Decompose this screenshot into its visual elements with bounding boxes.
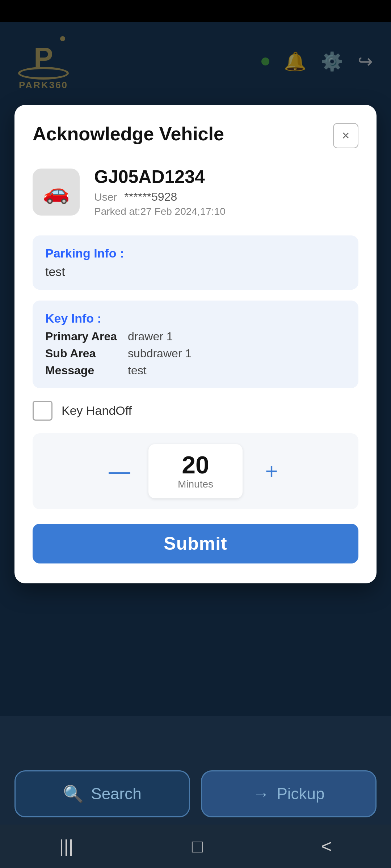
message-value: test [128, 364, 346, 377]
close-icon: × [342, 128, 349, 143]
parking-info-title: Parking Info : [45, 246, 346, 260]
key-info-grid: Primary Area drawer 1 Sub Area subdrawer… [45, 330, 346, 377]
pickup-icon: → [253, 784, 269, 804]
user-id: ******5928 [124, 190, 177, 204]
parking-info-value: test [45, 265, 346, 279]
search-label: Search [91, 785, 141, 803]
sub-area-value: subdrawer 1 [128, 347, 346, 360]
modal-title: Acknowledge Vehicle [33, 123, 333, 145]
pickup-button[interactable]: → Pickup [201, 770, 377, 817]
key-handoff-label: Key HandOff [62, 404, 132, 418]
vehicle-icon-box: 🚗 [33, 169, 80, 216]
user-info: User ******5928 [94, 190, 358, 204]
stepper-value-box: 20 Minutes [148, 444, 243, 498]
parked-at: Parked at:27 Feb 2024,17:10 [94, 206, 358, 217]
minus-icon: — [109, 460, 130, 482]
parking-info-section: Parking Info : test [33, 235, 358, 290]
key-handoff-row: Key HandOff [33, 401, 358, 421]
message-label: Message [45, 364, 117, 377]
plus-icon: + [265, 460, 278, 482]
decrement-button[interactable]: — [105, 457, 134, 486]
plate-number: GJ05AD1234 [94, 166, 358, 187]
stepper-unit: Minutes [178, 478, 213, 490]
stepper-number: 20 [182, 452, 209, 477]
pickup-label: Pickup [277, 785, 324, 803]
key-handoff-checkbox[interactable] [33, 401, 52, 421]
sub-area-label: Sub Area [45, 347, 117, 360]
key-info-section: Key Info : Primary Area drawer 1 Sub Are… [33, 301, 358, 388]
primary-area-label: Primary Area [45, 330, 117, 343]
bottom-actions: 🔍 Search → Pickup [0, 770, 391, 817]
vehicle-info: 🚗 GJ05AD1234 User ******5928 Parked at:2… [33, 166, 358, 217]
nav-bar: ||| □ < [0, 825, 391, 868]
menu-nav-icon[interactable]: ||| [59, 836, 73, 857]
increment-button[interactable]: + [257, 457, 286, 486]
close-button[interactable]: × [333, 123, 358, 148]
stepper-container: — 20 Minutes + [33, 433, 358, 509]
vehicle-details: GJ05AD1234 User ******5928 Parked at:27 … [94, 166, 358, 217]
user-label: User [94, 191, 117, 203]
key-info-title: Key Info : [45, 311, 346, 326]
submit-button[interactable]: Submit [33, 524, 358, 563]
search-button[interactable]: 🔍 Search [14, 770, 190, 817]
car-icon: 🚗 [43, 179, 70, 205]
modal-header: Acknowledge Vehicle × [33, 123, 358, 148]
search-icon: 🔍 [63, 784, 84, 804]
home-nav-icon[interactable]: □ [192, 836, 203, 857]
primary-area-value: drawer 1 [128, 330, 346, 343]
modal: Acknowledge Vehicle × 🚗 GJ05AD1234 User … [14, 105, 377, 583]
back-nav-icon[interactable]: < [321, 836, 332, 857]
